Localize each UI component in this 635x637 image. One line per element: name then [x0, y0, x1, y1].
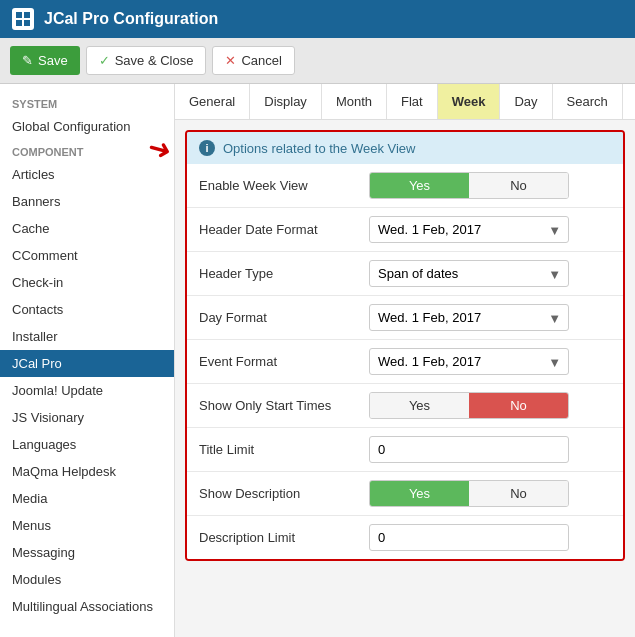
cancel-button[interactable]: ✕ Cancel: [212, 46, 294, 75]
show-description-control: Yes No: [369, 480, 611, 507]
enable-week-view-control: Yes No: [369, 172, 611, 199]
sidebar-item-multilingual-associations[interactable]: Multilingual Associations: [0, 593, 174, 620]
panel-title: Options related to the Week View: [223, 141, 415, 156]
sidebar: SYSTEM Global Configuration COMPONENT Ar…: [0, 84, 175, 637]
svg-rect-0: [16, 12, 22, 18]
day-format-select[interactable]: Wed. 1 Feb, 2017: [369, 304, 569, 331]
header-type-select[interactable]: Span of dates: [369, 260, 569, 287]
system-section-label: SYSTEM: [0, 92, 174, 113]
title-limit-row: Title Limit: [187, 428, 623, 472]
main-layout: SYSTEM Global Configuration COMPONENT Ar…: [0, 84, 635, 637]
cancel-icon: ✕: [225, 53, 236, 68]
check-icon: ✓: [99, 53, 110, 68]
tab-week[interactable]: Week: [438, 84, 501, 119]
header-date-format-wrapper: Wed. 1 Feb, 2017 ▼: [369, 216, 569, 243]
show-only-start-times-row: Show Only Start Times Yes No: [187, 384, 623, 428]
header-date-format-select[interactable]: Wed. 1 Feb, 2017: [369, 216, 569, 243]
options-header: i Options related to the Week View: [187, 132, 623, 164]
enable-week-view-toggle[interactable]: Yes No: [369, 172, 569, 199]
description-limit-input[interactable]: [369, 524, 569, 551]
sidebar-item-modules[interactable]: Modules: [0, 566, 174, 593]
show-description-toggle[interactable]: Yes No: [369, 480, 569, 507]
show-only-start-times-yes[interactable]: Yes: [370, 393, 469, 418]
description-limit-row: Description Limit: [187, 516, 623, 559]
svg-rect-2: [16, 20, 22, 26]
sidebar-item-languages[interactable]: Languages: [0, 431, 174, 458]
enable-week-view-row: Enable Week View Yes No: [187, 164, 623, 208]
enable-week-view-yes[interactable]: Yes: [370, 173, 469, 198]
content-area: i Options related to the Week View Enabl…: [175, 120, 635, 571]
toolbar: ✎ Save ✓ Save & Close ✕ Cancel: [0, 38, 635, 84]
show-only-start-times-toggle[interactable]: Yes No: [369, 392, 569, 419]
sidebar-item-installer[interactable]: Installer: [0, 323, 174, 350]
sidebar-item-joomla-update[interactable]: Joomla! Update: [0, 377, 174, 404]
options-panel: i Options related to the Week View Enabl…: [185, 130, 625, 561]
svg-rect-1: [24, 12, 30, 18]
sidebar-item-contacts[interactable]: Contacts: [0, 296, 174, 323]
header-type-control: Span of dates ▼: [369, 260, 611, 287]
sidebar-item-cache[interactable]: Cache: [0, 215, 174, 242]
description-limit-control: [369, 524, 611, 551]
enable-week-view-label: Enable Week View: [199, 178, 369, 193]
day-format-control: Wed. 1 Feb, 2017 ▼: [369, 304, 611, 331]
header-date-format-row: Header Date Format Wed. 1 Feb, 2017 ▼: [187, 208, 623, 252]
tab-month[interactable]: Month: [322, 84, 387, 119]
tab-search[interactable]: Search: [553, 84, 623, 119]
sidebar-item-jcal-pro[interactable]: JCal Pro: [0, 350, 174, 377]
svg-rect-3: [24, 20, 30, 26]
sidebar-item-ccomment[interactable]: CComment: [0, 242, 174, 269]
save-button[interactable]: ✎ Save: [10, 46, 80, 75]
show-only-start-times-label: Show Only Start Times: [199, 398, 369, 413]
title-limit-control: [369, 436, 611, 463]
title-limit-input[interactable]: [369, 436, 569, 463]
app-title: JCal Pro Configuration: [44, 10, 218, 28]
header-type-row: Header Type Span of dates ▼: [187, 252, 623, 296]
tabs-bar: General Display Month Flat Week Day Sear…: [175, 84, 635, 120]
show-description-row: Show Description Yes No: [187, 472, 623, 516]
show-description-no[interactable]: No: [469, 481, 568, 506]
day-format-wrapper: Wed. 1 Feb, 2017 ▼: [369, 304, 569, 331]
event-format-select[interactable]: Wed. 1 Feb, 2017: [369, 348, 569, 375]
description-limit-label: Description Limit: [199, 530, 369, 545]
tab-display[interactable]: Display: [250, 84, 322, 119]
sidebar-item-maqma-helpdesk[interactable]: MaQma Helpdesk: [0, 458, 174, 485]
event-format-label: Event Format: [199, 354, 369, 369]
sidebar-item-js-visionary[interactable]: JS Visionary: [0, 404, 174, 431]
save-icon: ✎: [22, 53, 33, 68]
event-format-row: Event Format Wed. 1 Feb, 2017 ▼: [187, 340, 623, 384]
header-type-wrapper: Span of dates ▼: [369, 260, 569, 287]
tab-general[interactable]: General: [175, 84, 250, 119]
app-header: JCal Pro Configuration: [0, 0, 635, 38]
sidebar-item-messaging[interactable]: Messaging: [0, 539, 174, 566]
event-format-wrapper: Wed. 1 Feb, 2017 ▼: [369, 348, 569, 375]
title-limit-label: Title Limit: [199, 442, 369, 457]
tab-flat[interactable]: Flat: [387, 84, 438, 119]
event-format-control: Wed. 1 Feb, 2017 ▼: [369, 348, 611, 375]
tab-day[interactable]: Day: [500, 84, 552, 119]
show-description-yes[interactable]: Yes: [370, 481, 469, 506]
save-close-button[interactable]: ✓ Save & Close: [86, 46, 207, 75]
main-content: General Display Month Flat Week Day Sear…: [175, 84, 635, 637]
header-date-format-control: Wed. 1 Feb, 2017 ▼: [369, 216, 611, 243]
sidebar-item-media[interactable]: Media: [0, 485, 174, 512]
day-format-label: Day Format: [199, 310, 369, 325]
sidebar-item-banners[interactable]: Banners: [0, 188, 174, 215]
show-description-label: Show Description: [199, 486, 369, 501]
app-icon: [12, 8, 34, 30]
sidebar-item-global-configuration[interactable]: Global Configuration: [0, 113, 174, 140]
header-type-label: Header Type: [199, 266, 369, 281]
show-only-start-times-control: Yes No: [369, 392, 611, 419]
enable-week-view-no[interactable]: No: [469, 173, 568, 198]
sidebar-item-check-in[interactable]: Check-in: [0, 269, 174, 296]
sidebar-item-articles[interactable]: Articles: [0, 161, 174, 188]
show-only-start-times-no[interactable]: No: [469, 393, 568, 418]
info-icon: i: [199, 140, 215, 156]
header-date-format-label: Header Date Format: [199, 222, 369, 237]
sidebar-item-menus[interactable]: Menus: [0, 512, 174, 539]
day-format-row: Day Format Wed. 1 Feb, 2017 ▼: [187, 296, 623, 340]
